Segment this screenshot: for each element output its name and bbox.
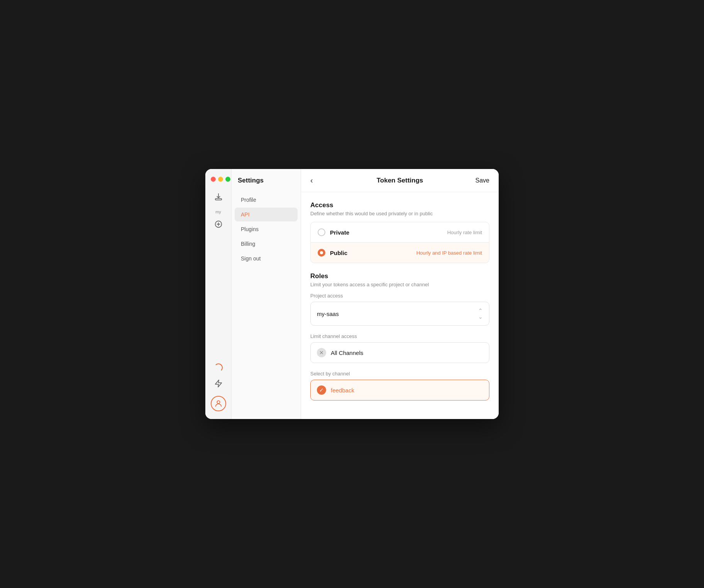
svg-rect-0	[215, 199, 222, 200]
settings-nav: Settings Profile API Plugins Billing Sig…	[232, 169, 301, 419]
app-window: my Settings Profile API Plugins	[205, 169, 499, 419]
spinner-icon	[214, 363, 223, 372]
main-content: ‹ Token Settings Save Access Define whet…	[301, 169, 499, 419]
nav-api[interactable]: API	[235, 208, 298, 221]
feedback-channel-name: feedback	[331, 387, 354, 394]
close-button[interactable]	[211, 177, 216, 182]
public-rate-limit: Hourly and IP based rate limit	[416, 250, 482, 256]
download-icon[interactable]	[211, 189, 226, 205]
private-option[interactable]: Private Hourly rate limit	[311, 222, 489, 243]
add-icon[interactable]	[211, 216, 226, 232]
roles-section: Roles Limit your tokens access a specifi…	[310, 272, 489, 400]
access-title: Access	[310, 201, 489, 209]
all-channels-item[interactable]: ✕ All Channels	[310, 342, 489, 363]
all-channels-icon: ✕	[317, 348, 326, 357]
chevron-updown-icon: ⌃⌄	[478, 308, 483, 320]
roles-desc: Limit your tokens access a specific proj…	[310, 282, 489, 287]
nav-signout[interactable]: Sign out	[235, 252, 298, 265]
sidebar-strip: my	[205, 169, 232, 419]
project-access-label: Project access	[310, 293, 489, 299]
check-icon: ✓	[317, 385, 326, 395]
nav-plugins[interactable]: Plugins	[235, 222, 298, 236]
save-button[interactable]: Save	[476, 177, 489, 184]
select-channel-label: Select by channel	[310, 371, 489, 377]
my-label: my	[215, 210, 221, 214]
maximize-button[interactable]	[225, 177, 230, 182]
project-value: my-saas	[317, 311, 339, 317]
public-label: Public	[330, 250, 347, 256]
content-area: Access Define whether this would be used…	[301, 192, 499, 419]
page-title: Token Settings	[377, 177, 423, 184]
back-button[interactable]: ‹	[310, 176, 313, 185]
top-bar: ‹ Token Settings Save	[301, 169, 499, 192]
private-label: Private	[330, 229, 349, 236]
traffic-lights	[205, 177, 230, 182]
project-select[interactable]: my-saas ⌃⌄	[310, 302, 489, 326]
all-channels-label: All Channels	[331, 350, 363, 356]
feedback-channel-item[interactable]: ✓ feedback	[310, 380, 489, 400]
svg-point-4	[217, 401, 220, 404]
public-radio[interactable]	[318, 249, 325, 257]
private-radio[interactable]	[318, 228, 325, 236]
channel-access-label: Limit channel access	[310, 333, 489, 339]
avatar[interactable]	[211, 396, 226, 411]
nav-billing[interactable]: Billing	[235, 237, 298, 251]
private-rate-limit: Hourly rate limit	[447, 230, 482, 235]
minimize-button[interactable]	[218, 177, 223, 182]
settings-title: Settings	[232, 177, 301, 192]
nav-profile[interactable]: Profile	[235, 193, 298, 207]
public-option[interactable]: Public Hourly and IP based rate limit	[311, 243, 489, 263]
access-desc: Define whether this would be used privat…	[310, 211, 489, 216]
access-options: Private Hourly rate limit Public Hourly …	[310, 222, 489, 263]
access-section: Access Define whether this would be used…	[310, 201, 489, 263]
lightning-icon[interactable]	[211, 376, 226, 391]
roles-title: Roles	[310, 272, 489, 280]
